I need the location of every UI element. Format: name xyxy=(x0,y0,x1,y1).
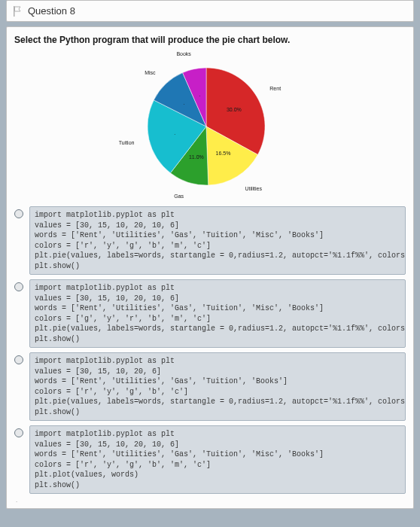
radio-option-a[interactable] xyxy=(14,209,23,218)
code-block-d: import matplotlib.pyplot as plt values =… xyxy=(29,425,406,494)
flag-icon[interactable] xyxy=(13,6,22,17)
footnote: . xyxy=(14,497,406,504)
option-d: import matplotlib.pyplot as plt values =… xyxy=(14,425,406,494)
radio-option-b[interactable] xyxy=(14,282,23,291)
pie-label-rent: Rent xyxy=(269,86,281,91)
radio-option-d[interactable] xyxy=(14,428,23,437)
options-list: import matplotlib.pyplot as plt values =… xyxy=(14,206,406,494)
pie-label-books: Books xyxy=(176,51,191,56)
option-b: import matplotlib.pyplot as plt values =… xyxy=(14,279,406,348)
pie-label-gas: Gas xyxy=(174,193,184,199)
pie-label-utilities: Utilities xyxy=(245,186,262,191)
pie-pct-tuition: . xyxy=(174,130,175,136)
option-c: import matplotlib.pyplot as plt values =… xyxy=(14,352,406,421)
pie-chart: 30.0%Rent16.5%Utilities11.0%Gas.Tuition.… xyxy=(14,50,406,206)
radio-option-c[interactable] xyxy=(14,355,23,364)
pie-pct-misc: . xyxy=(183,100,184,105)
pie-pct-gas: 11.0% xyxy=(189,154,204,160)
pie-pct-books: . xyxy=(199,92,200,97)
question-panel: Select the Python program that will prod… xyxy=(6,26,414,509)
pie-label-tuition: Tuition xyxy=(119,140,135,145)
option-a: import matplotlib.pyplot as plt values =… xyxy=(14,206,406,275)
question-prompt: Select the Python program that will prod… xyxy=(14,35,406,45)
pie-pct-utilities: 16.5% xyxy=(216,151,231,156)
code-block-c: import matplotlib.pyplot as plt values =… xyxy=(29,352,406,421)
page-root: Question 8 Select the Python program tha… xyxy=(0,0,420,527)
code-block-b: import matplotlib.pyplot as plt values =… xyxy=(29,279,406,348)
pie-pct-rent: 30.0% xyxy=(227,107,242,112)
question-header: Question 8 xyxy=(6,0,414,22)
question-label: Question 8 xyxy=(28,5,75,17)
code-block-a: import matplotlib.pyplot as plt values =… xyxy=(29,206,406,275)
pie-label-misc: Misc xyxy=(145,70,156,75)
